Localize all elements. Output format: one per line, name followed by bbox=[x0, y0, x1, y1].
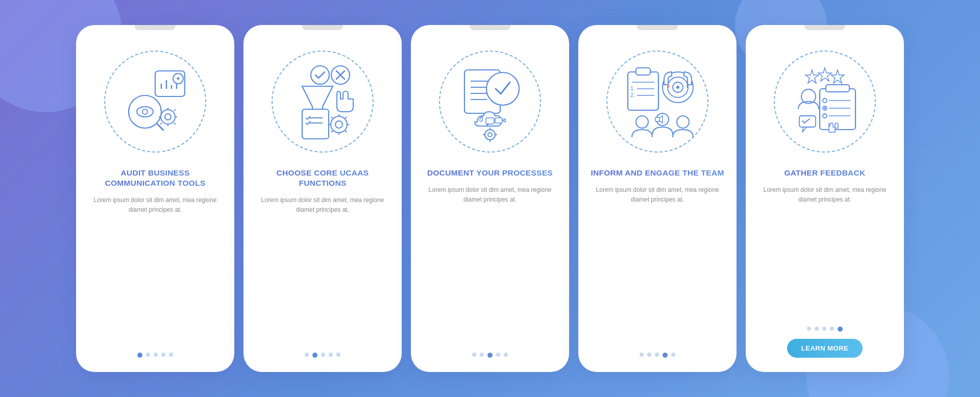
dot bbox=[807, 327, 811, 331]
phone-card-1: AUDIT BUSINESS COMMUNICATION TOOLS Lorem… bbox=[76, 25, 234, 372]
dot bbox=[640, 353, 644, 357]
dashed-circle-5 bbox=[774, 51, 876, 153]
svg-point-67 bbox=[676, 86, 679, 89]
card-2-title: CHOOSE CORE UCAAS FUNCTIONS bbox=[255, 168, 390, 188]
phone-card-5: GATHER FEEDBACK Lorem ipsum dolor sit di… bbox=[746, 25, 904, 372]
phone-notch-1 bbox=[135, 25, 176, 30]
dot bbox=[321, 353, 325, 357]
card-5-desc: Lorem ipsum dolor sit dim amet, mea regi… bbox=[757, 185, 893, 204]
card-4-dots bbox=[640, 343, 675, 358]
icon-area-3 bbox=[411, 35, 569, 168]
phone-card-2: CHOOSE CORE UCAAS FUNCTIONS Lorem ipsum … bbox=[243, 25, 402, 372]
dashed-circle-1 bbox=[104, 51, 206, 153]
dot-active bbox=[312, 353, 317, 358]
svg-point-80 bbox=[823, 98, 827, 103]
svg-rect-58 bbox=[636, 68, 650, 75]
learn-more-button[interactable]: LEARN MORE bbox=[787, 339, 863, 358]
team-icon: 1. 2. bbox=[617, 61, 698, 142]
card-4-content: INFORM AND ENGAGE THE TEAM Lorem ipsum d… bbox=[578, 168, 737, 358]
svg-marker-75 bbox=[818, 68, 831, 81]
dot-active bbox=[487, 353, 493, 358]
svg-rect-47 bbox=[486, 118, 494, 124]
cards-container: AUDIT BUSINESS COMMUNICATION TOOLS Lorem… bbox=[56, 10, 924, 387]
document-icon bbox=[449, 61, 531, 142]
phone-card-3: DOCUMENT YOUR PROCESSES Lorem ipsum dolo… bbox=[411, 25, 569, 372]
svg-marker-74 bbox=[805, 70, 819, 83]
card-5-title: GATHER FEEDBACK bbox=[784, 168, 865, 178]
dot bbox=[305, 353, 309, 357]
dot bbox=[655, 353, 659, 357]
card-4-desc: Lorem ipsum dolor sit dim amet, mea regi… bbox=[590, 185, 725, 204]
dot bbox=[169, 353, 173, 357]
svg-point-70 bbox=[636, 116, 648, 128]
svg-line-11 bbox=[157, 124, 163, 130]
phone-notch-4 bbox=[637, 25, 678, 30]
dot bbox=[480, 353, 484, 357]
icon-area-2 bbox=[243, 35, 402, 168]
card-2-desc: Lorem ipsum dolor sit dim amet, mea regi… bbox=[255, 195, 390, 214]
svg-point-8 bbox=[129, 95, 161, 128]
card-3-title: DOCUMENT YOUR PROCESSES bbox=[427, 168, 553, 178]
dot-active bbox=[838, 327, 843, 332]
svg-point-83 bbox=[824, 107, 826, 109]
icon-area-5 bbox=[746, 35, 904, 168]
card-3-desc: Lorem ipsum dolor sit dim amet, mea regi… bbox=[422, 185, 558, 204]
svg-point-12 bbox=[161, 110, 175, 124]
dot-active bbox=[137, 353, 142, 358]
card-1-dots bbox=[137, 343, 173, 358]
svg-point-51 bbox=[485, 130, 495, 140]
svg-point-72 bbox=[677, 116, 689, 128]
dot bbox=[154, 353, 158, 357]
dashed-circle-2 bbox=[272, 51, 374, 153]
dot-active bbox=[663, 353, 668, 358]
svg-line-20 bbox=[160, 123, 162, 125]
dot bbox=[504, 353, 508, 357]
dot bbox=[671, 353, 675, 357]
card-5-dots bbox=[807, 317, 843, 332]
phone-notch-3 bbox=[470, 25, 510, 30]
svg-marker-50 bbox=[502, 119, 505, 122]
card-2-content: CHOOSE CORE UCAAS FUNCTIONS Lorem ipsum … bbox=[243, 168, 402, 358]
dot bbox=[472, 353, 476, 357]
dot bbox=[822, 327, 826, 331]
feedback-icon bbox=[784, 61, 866, 142]
dot bbox=[329, 353, 333, 357]
svg-marker-88 bbox=[802, 127, 806, 132]
dot bbox=[161, 353, 165, 357]
svg-marker-76 bbox=[831, 70, 844, 83]
svg-point-85 bbox=[823, 114, 827, 118]
svg-text:1.: 1. bbox=[630, 85, 635, 91]
card-3-content: DOCUMENT YOUR PROCESSES Lorem ipsum dolo… bbox=[411, 168, 569, 358]
svg-line-40 bbox=[345, 117, 347, 118]
card-5-content: GATHER FEEDBACK Lorem ipsum dolor sit di… bbox=[746, 168, 904, 358]
svg-point-46 bbox=[486, 72, 519, 105]
svg-text:2.: 2. bbox=[630, 92, 635, 98]
svg-rect-49 bbox=[495, 118, 502, 123]
filter-icon bbox=[282, 61, 363, 142]
card-1-title: AUDIT BUSINESS COMMUNICATION TOOLS bbox=[87, 168, 223, 188]
svg-point-22 bbox=[311, 66, 329, 84]
icon-area-4: 1. 2. bbox=[578, 35, 737, 168]
dot bbox=[336, 353, 340, 357]
svg-line-37 bbox=[331, 117, 333, 118]
card-3-dots bbox=[472, 343, 508, 358]
phone-notch-2 bbox=[302, 25, 343, 30]
dashed-circle-3 bbox=[439, 51, 541, 153]
dot bbox=[146, 353, 150, 357]
svg-line-38 bbox=[345, 131, 347, 132]
dot bbox=[496, 353, 500, 357]
phone-notch-5 bbox=[804, 25, 845, 30]
card-2-dots bbox=[305, 343, 340, 358]
svg-rect-73 bbox=[655, 117, 659, 121]
card-1-desc: Lorem ipsum dolor sit dim amet, mea regi… bbox=[87, 195, 223, 214]
svg-rect-79 bbox=[826, 85, 849, 92]
svg-rect-87 bbox=[799, 116, 816, 127]
svg-line-19 bbox=[174, 123, 176, 125]
card-4-title: INFORM AND ENGAGE THE TEAM bbox=[591, 168, 724, 178]
audit-icon bbox=[114, 61, 196, 142]
svg-line-39 bbox=[331, 131, 333, 132]
card-1-content: AUDIT BUSINESS COMMUNICATION TOOLS Lorem… bbox=[76, 168, 234, 358]
dot bbox=[647, 353, 651, 357]
dashed-circle-4: 1. 2. bbox=[606, 51, 708, 153]
phone-card-4: 1. 2. bbox=[578, 25, 737, 372]
